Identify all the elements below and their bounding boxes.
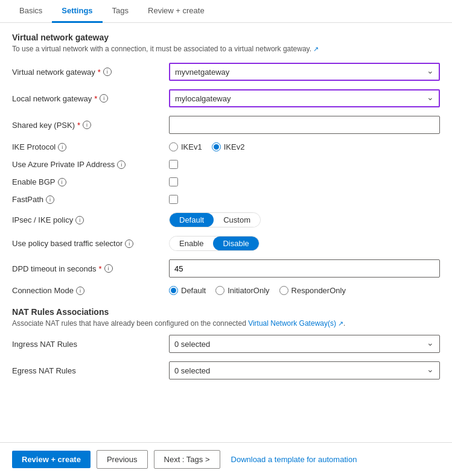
- download-template-link[interactable]: Download a template for automation: [231, 455, 357, 464]
- ingress-nat-rules-row: Ingress NAT Rules 0 selected: [12, 335, 440, 353]
- ipsec-custom-btn[interactable]: Custom: [214, 213, 260, 227]
- connection-mode-initiatoronly-option[interactable]: InitiatorOnly: [215, 286, 269, 295]
- vng-required-star: *: [98, 68, 101, 77]
- use-azure-private-ip-checkbox-wrapper: [169, 160, 440, 169]
- local-network-gateway-dropdown[interactable]: mylocalgateway: [169, 89, 440, 107]
- vnet-gateway-learn-more-link[interactable]: [313, 45, 319, 53]
- egress-nat-rules-dropdown-wrapper: 0 selected: [169, 361, 440, 379]
- virtual-network-gateway-label: Virtual network gateway * i: [12, 68, 169, 77]
- fastpath-label: FastPath i: [12, 195, 169, 204]
- ipsec-toggle-group: Default Custom: [169, 212, 261, 227]
- ike-protocol-label: IKE Protocol i: [12, 142, 169, 151]
- policy-based-traffic-label: Use policy based traffic selector i: [12, 239, 169, 248]
- tab-settings[interactable]: Settings: [52, 0, 102, 23]
- ike-ikev1-option[interactable]: IKEv1: [169, 142, 202, 151]
- previous-button[interactable]: Previous: [97, 450, 148, 469]
- ipsec-ike-policy-label: IPsec / IKE policy i: [12, 215, 169, 224]
- fastpath-row: FastPath i: [12, 195, 440, 204]
- dpd-timeout-label: DPD timeout in seconds * i: [12, 264, 169, 273]
- enable-bgp-row: Enable BGP i: [12, 177, 440, 186]
- policy-based-info-icon[interactable]: i: [125, 240, 133, 248]
- next-button[interactable]: Next : Tags >: [154, 450, 220, 469]
- connection-mode-info-icon[interactable]: i: [76, 287, 84, 295]
- dpd-required-star: *: [98, 264, 101, 273]
- shared-key-input-wrapper: [169, 116, 440, 134]
- enable-bgp-checkbox[interactable]: [169, 177, 178, 186]
- ike-protocol-radio-group: IKEv1 IKEv2: [169, 142, 440, 151]
- nat-rules-section: NAT Rules Associations Associate NAT rul…: [12, 307, 440, 379]
- enable-bgp-checkbox-wrapper: [169, 177, 440, 186]
- review-create-button[interactable]: Review + create: [12, 451, 91, 468]
- ingress-nat-rules-dropdown-wrapper: 0 selected: [169, 335, 440, 353]
- sk-required-star: *: [77, 121, 80, 130]
- nat-vng-link[interactable]: Virtual Network Gateway(s): [248, 319, 343, 328]
- policy-enable-btn[interactable]: Enable: [170, 236, 213, 250]
- sk-info-icon[interactable]: i: [83, 121, 91, 129]
- enable-bgp-label: Enable BGP i: [12, 177, 169, 186]
- fastpath-checkbox[interactable]: [169, 195, 178, 204]
- footer-bar: Review + create Previous Next : Tags > D…: [0, 442, 452, 476]
- policy-toggle-group: Enable Disable: [169, 236, 259, 251]
- shared-key-label: Shared key (PSK) * i: [12, 121, 169, 130]
- ike-ikev1-radio[interactable]: [169, 142, 178, 151]
- fastpath-checkbox-wrapper: [169, 195, 440, 204]
- ike-ikev2-option[interactable]: IKEv2: [212, 142, 245, 151]
- vnet-gateway-section-title: Virtual network gateway: [12, 33, 440, 42]
- connection-mode-default-option[interactable]: Default: [169, 286, 206, 295]
- connection-mode-default-label: Default: [181, 286, 206, 295]
- lng-info-icon[interactable]: i: [100, 94, 108, 103]
- local-network-gateway-label: Local network gateway * i: [12, 94, 169, 103]
- ike-ikev2-label: IKEv2: [224, 142, 245, 151]
- virtual-network-gateway-dropdown[interactable]: myvnetgateway: [169, 63, 440, 81]
- dpd-info-icon[interactable]: i: [104, 264, 113, 273]
- ingress-nat-rules-dropdown[interactable]: 0 selected: [169, 335, 440, 353]
- dpd-timeout-input[interactable]: [169, 259, 440, 278]
- egress-nat-rules-dropdown[interactable]: 0 selected: [169, 361, 440, 379]
- virtual-network-gateway-row: Virtual network gateway * i myvnetgatewa…: [12, 63, 440, 81]
- vnet-gateway-section-desc: To use a virtual network with a connecti…: [12, 45, 440, 53]
- local-network-gateway-dropdown-wrapper: mylocalgateway: [169, 89, 440, 107]
- tab-basics[interactable]: Basics: [10, 0, 52, 23]
- connection-mode-responderonly-option[interactable]: ResponderOnly: [279, 286, 346, 295]
- enable-bgp-info-icon[interactable]: i: [58, 178, 66, 186]
- ike-ikev2-radio[interactable]: [212, 142, 221, 151]
- ipsec-default-btn[interactable]: Default: [170, 213, 214, 227]
- main-content: Virtual network gateway To use a virtual…: [0, 23, 452, 442]
- shared-key-input[interactable]: [169, 116, 440, 134]
- connection-mode-label: Connection Mode i: [12, 286, 169, 295]
- ipsec-ike-policy-toggle: Default Custom: [169, 212, 440, 227]
- virtual-network-gateway-dropdown-wrapper: myvnetgateway: [169, 63, 440, 81]
- azure-private-ip-info-icon[interactable]: i: [117, 160, 126, 169]
- ike-ikev1-label: IKEv1: [181, 142, 202, 151]
- vng-info-icon[interactable]: i: [103, 68, 112, 76]
- connection-mode-responderonly-radio[interactable]: [279, 286, 288, 295]
- connection-mode-radio-group: Default InitiatorOnly ResponderOnly: [169, 286, 440, 295]
- shared-key-row: Shared key (PSK) * i: [12, 116, 440, 134]
- dpd-timeout-input-wrapper: [169, 259, 440, 278]
- ipsec-ike-policy-row: IPsec / IKE policy i Default Custom: [12, 212, 440, 227]
- use-azure-private-ip-checkbox[interactable]: [169, 160, 178, 169]
- use-azure-private-ip-row: Use Azure Private IP Address i: [12, 160, 440, 169]
- tab-tags[interactable]: Tags: [103, 0, 138, 23]
- policy-based-traffic-toggle: Enable Disable: [169, 236, 440, 251]
- ingress-nat-rules-label: Ingress NAT Rules: [12, 340, 169, 349]
- fastpath-info-icon[interactable]: i: [46, 195, 54, 204]
- egress-nat-rules-label: Egress NAT Rules: [12, 366, 169, 375]
- tab-review-create[interactable]: Review + create: [138, 0, 214, 23]
- policy-disable-btn[interactable]: Disable: [213, 236, 258, 250]
- ike-info-icon[interactable]: i: [58, 143, 66, 151]
- ike-protocol-row: IKE Protocol i IKEv1 IKEv2: [12, 142, 440, 151]
- nat-rules-section-title: NAT Rules Associations: [12, 307, 440, 317]
- connection-mode-responderonly-label: ResponderOnly: [291, 286, 346, 295]
- connection-mode-initiatoronly-label: InitiatorOnly: [228, 286, 269, 295]
- tabs-bar: Basics Settings Tags Review + create: [0, 0, 452, 23]
- connection-mode-default-radio[interactable]: [169, 286, 178, 295]
- egress-nat-rules-row: Egress NAT Rules 0 selected: [12, 361, 440, 379]
- policy-based-traffic-row: Use policy based traffic selector i Enab…: [12, 236, 440, 251]
- ipsec-info-icon[interactable]: i: [75, 216, 84, 224]
- connection-mode-row: Connection Mode i Default InitiatorOnly …: [12, 286, 440, 295]
- use-azure-private-ip-label: Use Azure Private IP Address i: [12, 160, 169, 169]
- dpd-timeout-row: DPD timeout in seconds * i: [12, 259, 440, 278]
- lng-required-star: *: [94, 94, 97, 103]
- connection-mode-initiatoronly-radio[interactable]: [215, 286, 224, 295]
